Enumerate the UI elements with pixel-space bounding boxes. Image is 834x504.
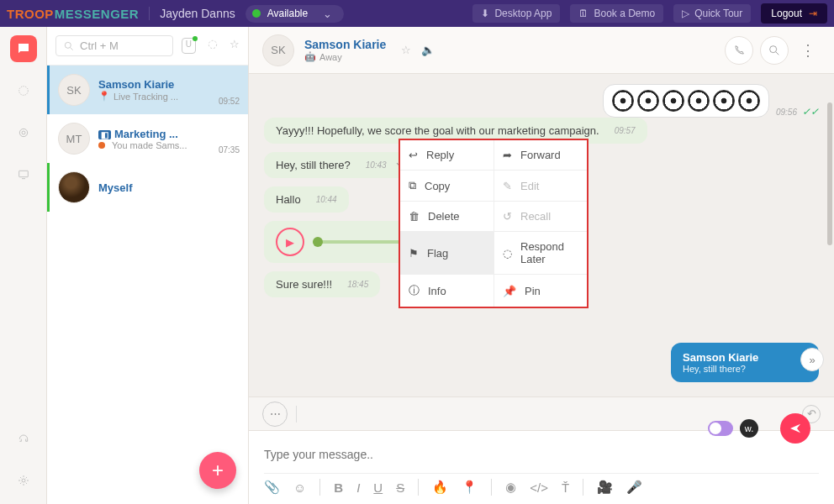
format-icon[interactable]: Ť bbox=[562, 480, 569, 495]
logo: TROOP MESSENGER bbox=[7, 7, 139, 21]
message-bubble[interactable]: Hallo10:44 bbox=[264, 186, 349, 213]
svg-point-6 bbox=[208, 40, 216, 48]
chat-status: 🤖Away bbox=[304, 51, 386, 62]
search-input[interactable]: Ctrl + M bbox=[55, 35, 173, 56]
msg-time: 09:56✓✓ bbox=[776, 106, 819, 118]
soccer-icon bbox=[688, 90, 710, 112]
status-dot-icon bbox=[252, 9, 261, 18]
conv-time: 07:35 bbox=[219, 145, 240, 155]
msg-time: 18:45 bbox=[347, 280, 368, 289]
quick-tour-label: Quick Tour bbox=[694, 8, 742, 19]
reply-text: Hey, still there? bbox=[683, 364, 807, 374]
download-icon: ⬇ bbox=[481, 8, 489, 19]
rail-chat[interactable] bbox=[10, 35, 37, 62]
ctx-copy[interactable]: ⧉Copy bbox=[400, 171, 494, 202]
rail-screen[interactable] bbox=[10, 161, 37, 188]
star-icon[interactable]: ☆ bbox=[230, 38, 240, 54]
conversation-marketing[interactable]: MT ◧Marketing ... You made Sams... 07:35 bbox=[47, 114, 248, 163]
logout-button[interactable]: Logout ⇥ bbox=[761, 3, 827, 24]
top-user: Jayden Danns bbox=[149, 7, 235, 20]
more-horizontal-button[interactable]: ⋯ bbox=[262, 402, 288, 427]
location-pin-icon[interactable]: 📍 bbox=[462, 480, 478, 495]
toggle-switch[interactable] bbox=[708, 421, 733, 436]
soccer-icon bbox=[612, 90, 634, 112]
emoji-bubble[interactable] bbox=[603, 84, 769, 118]
msg-text: Sure sure!!! bbox=[276, 278, 332, 291]
reply-preview[interactable]: Samson Kiarie Hey, still there? » bbox=[671, 343, 819, 382]
pencil-icon: ✎ bbox=[503, 180, 512, 192]
attach-icon[interactable]: 📎 bbox=[264, 480, 280, 495]
chat-title: Samson Kiarie bbox=[304, 38, 386, 51]
send-button[interactable] bbox=[780, 413, 810, 444]
unread-dot-icon bbox=[98, 142, 105, 149]
strike-icon[interactable]: S bbox=[396, 480, 404, 495]
scrollbar[interactable] bbox=[827, 102, 832, 245]
info-icon: ⓘ bbox=[409, 283, 420, 298]
fire-icon[interactable]: 🔥 bbox=[432, 480, 448, 495]
rail-globe[interactable] bbox=[10, 77, 37, 104]
search-chat-button[interactable] bbox=[760, 36, 789, 65]
desktop-app-button[interactable]: ⬇ Desktop App bbox=[472, 4, 560, 23]
android-icon: 🤖 bbox=[304, 51, 316, 62]
emoji-icon[interactable]: ☺ bbox=[293, 480, 306, 495]
conv-time: 09:52 bbox=[219, 97, 240, 106]
quick-tour-button[interactable]: ▷ Quick Tour bbox=[673, 4, 751, 23]
more-vertical-icon[interactable]: ⋮ bbox=[795, 41, 821, 60]
filter-u-icon[interactable]: U bbox=[182, 38, 196, 54]
svg-point-1 bbox=[19, 129, 27, 136]
group-icon: ◧ bbox=[98, 130, 111, 139]
ctx-forward[interactable]: ➦Forward bbox=[494, 140, 587, 171]
chat-header: SK Samson Kiarie 🤖Away ☆ 🔈 ⋮ bbox=[249, 27, 834, 74]
ctx-flag[interactable]: ⚑Flag bbox=[400, 232, 494, 275]
underline-icon[interactable]: U bbox=[373, 480, 383, 495]
outgoing-row: 09:56✓✓ bbox=[264, 84, 819, 118]
ctx-info[interactable]: ⓘInfo bbox=[400, 275, 494, 307]
message-input[interactable] bbox=[264, 443, 819, 473]
recall-icon: ↺ bbox=[503, 210, 512, 223]
svg-point-0 bbox=[18, 87, 28, 96]
reply-icon: ↩ bbox=[409, 149, 418, 161]
svg-point-7 bbox=[770, 45, 777, 52]
status-selector[interactable]: Available ⌄ bbox=[245, 5, 344, 23]
loading-icon[interactable] bbox=[206, 38, 219, 54]
bold-icon[interactable]: B bbox=[334, 480, 343, 495]
chat-avatar[interactable]: SK bbox=[262, 34, 294, 66]
chevrons-down-icon[interactable]: » bbox=[800, 348, 824, 371]
new-chat-fab[interactable]: + bbox=[199, 452, 236, 489]
call-button[interactable] bbox=[725, 36, 753, 65]
clock-icon: ◌ bbox=[503, 247, 512, 260]
copy-icon: ⧉ bbox=[409, 179, 416, 192]
ctx-reply[interactable]: ↩Reply bbox=[400, 140, 494, 171]
calendar-icon: 🗓 bbox=[578, 8, 589, 19]
w-badge-icon[interactable]: w. bbox=[740, 419, 758, 438]
nav-rail bbox=[0, 27, 47, 504]
soccer-icon bbox=[637, 90, 659, 112]
globe-icon bbox=[17, 84, 30, 97]
ctx-pin[interactable]: 📌Pin bbox=[494, 275, 587, 307]
rail-target[interactable] bbox=[10, 119, 37, 146]
message-bubble[interactable]: Hey, still there?10:43⌄ bbox=[264, 152, 409, 178]
video-icon[interactable]: 🎥 bbox=[597, 480, 613, 495]
trash-icon: 🗑 bbox=[409, 210, 420, 223]
ctx-delete[interactable]: 🗑Delete bbox=[400, 202, 494, 232]
gear-icon bbox=[17, 474, 30, 487]
sidebar: Ctrl + M U ☆ SK Samson Kiarie 📍Live Trac… bbox=[47, 27, 249, 504]
conversation-samson[interactable]: SK Samson Kiarie 📍Live Tracking ... 09:5… bbox=[47, 66, 248, 114]
message-bubble[interactable]: Sure sure!!!18:45 bbox=[264, 271, 380, 297]
play-icon: ▷ bbox=[682, 8, 689, 19]
rail-settings[interactable] bbox=[10, 467, 37, 494]
rail-headset[interactable] bbox=[10, 425, 37, 452]
dashed-circle-icon bbox=[206, 38, 219, 51]
pin-icon: 📌 bbox=[503, 285, 516, 297]
conversation-myself[interactable]: Myself bbox=[47, 163, 248, 212]
play-button[interactable]: ▶ bbox=[276, 228, 304, 256]
italic-icon[interactable]: I bbox=[356, 480, 360, 495]
record-icon[interactable]: ◉ bbox=[505, 480, 516, 495]
star-outline-icon[interactable]: ☆ bbox=[401, 44, 411, 56]
send-icon bbox=[789, 422, 802, 435]
mic-icon[interactable]: 🎤 bbox=[626, 480, 642, 495]
book-demo-button[interactable]: 🗓 Book a Demo bbox=[570, 4, 663, 23]
code-icon[interactable]: </> bbox=[530, 480, 548, 495]
ctx-respond-later[interactable]: ◌Respond Later bbox=[494, 232, 587, 275]
speaker-icon[interactable]: 🔈 bbox=[421, 44, 435, 56]
